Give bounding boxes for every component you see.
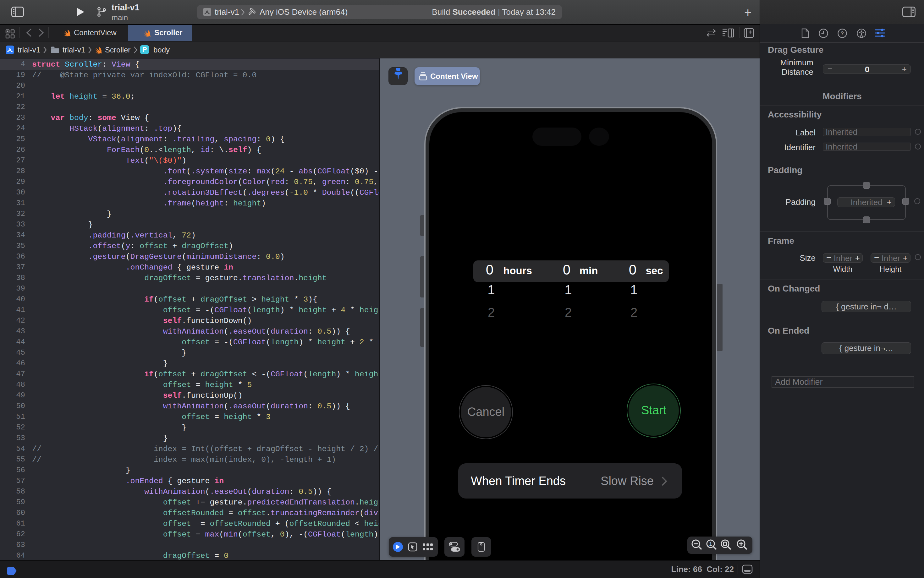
svg-text:1: 1 bbox=[709, 541, 712, 547]
svg-text:?: ? bbox=[841, 31, 844, 36]
